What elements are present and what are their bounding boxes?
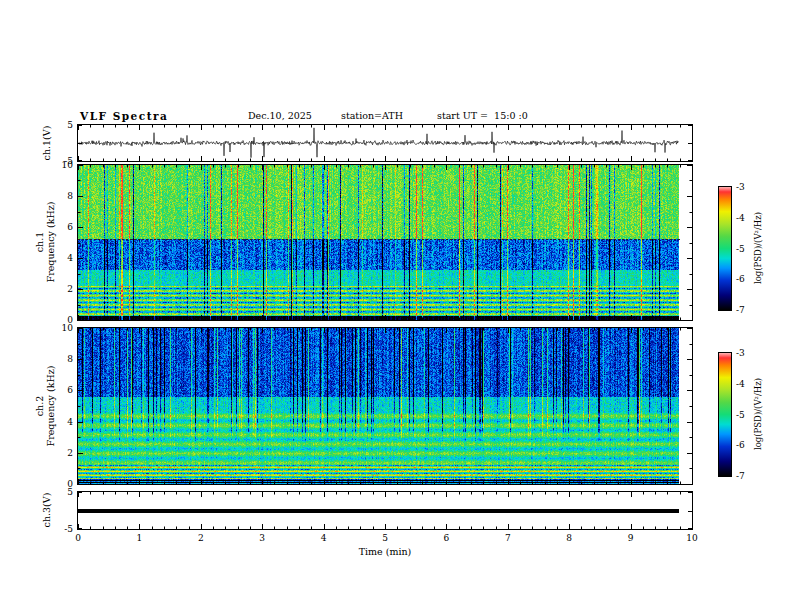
colorbar-ch1-label: log(PSD)/(V²/Hz)	[753, 212, 763, 284]
colorbar-ch2-label: log(PSD)/(V²/Hz)	[753, 378, 763, 450]
ch2-spectrogram-canvas	[78, 328, 692, 484]
time-tick-label: 10	[686, 533, 697, 543]
colorbar-ch1	[718, 186, 732, 311]
ch1-freq-tick-label: 4	[67, 253, 73, 263]
ch1v-tick-label: 5	[67, 120, 73, 130]
time-tick-label: 1	[137, 533, 143, 543]
axis-label-line: Frequency (kHz)	[45, 202, 56, 283]
ch3-waveform-canvas	[78, 492, 692, 529]
ch2-freq-tick-label: 8	[67, 354, 73, 364]
ch2-freq-tick-label: 10	[62, 323, 73, 333]
station-label: station=ATH	[341, 110, 403, 121]
ch2-freq-tick-label: 6	[67, 385, 73, 395]
axis-label-line: ch.1	[34, 202, 45, 283]
ch1-waveform-panel	[77, 124, 693, 162]
time-tick-label: 5	[382, 533, 388, 543]
time-tick-label: 6	[444, 533, 450, 543]
vlf-spectra-figure: VLF Spectra Dec.10, 2025 station=ATH sta…	[0, 0, 792, 612]
ch1-voltage-axis-label: ch.1(V)	[41, 126, 52, 161]
colorbar2-tick-label: -4	[736, 379, 745, 389]
time-tick-label: 9	[628, 533, 634, 543]
time-tick-label: 4	[321, 533, 327, 543]
colorbar2-tick-label: -7	[736, 471, 745, 481]
ch1-spectrogram-panel	[77, 164, 693, 321]
plot-title: VLF Spectra	[80, 110, 168, 122]
colorbar1-tick-label: -7	[736, 305, 745, 315]
colorbar1-tick-label: -3	[736, 182, 745, 192]
time-tick-label: 7	[505, 533, 511, 543]
ch1-freq-tick-label: 6	[67, 222, 73, 232]
colorbar1-tick-label: -6	[736, 274, 745, 284]
ch3v-tick-label: -5	[64, 524, 73, 534]
colorbar1-tick-label: -5	[736, 244, 745, 254]
ch3-voltage-axis-label: ch.3(V)	[41, 493, 52, 528]
ch3v-tick-label: 5	[67, 487, 73, 497]
time-tick-label: 2	[198, 533, 204, 543]
axis-label-line: ch.2	[34, 366, 45, 447]
time-tick-label: 3	[259, 533, 265, 543]
time-tick-label: 8	[566, 533, 572, 543]
ch1-frequency-axis-label: ch.1 Frequency (kHz)	[34, 202, 57, 283]
colorbar-ch2	[718, 352, 732, 477]
ch1-spectrogram-canvas	[78, 165, 692, 320]
start-time-label: start UT = 15:0 :0	[437, 110, 528, 121]
ch2-frequency-axis-label: ch.2 Frequency (kHz)	[34, 366, 57, 447]
time-tick-label: 0	[75, 533, 81, 543]
ch2-freq-tick-label: 4	[67, 417, 73, 427]
ch1-freq-tick-label: 10	[62, 160, 73, 170]
colorbar2-tick-label: -6	[736, 440, 745, 450]
colorbar2-tick-label: -3	[736, 348, 745, 358]
colorbar1-tick-label: -4	[736, 213, 745, 223]
ch3-waveform-panel	[77, 491, 693, 530]
axis-label-line: Frequency (kHz)	[45, 366, 56, 447]
ch2-freq-tick-label: 2	[67, 448, 73, 458]
ch1-waveform-canvas	[78, 125, 692, 161]
ch1-freq-tick-label: 8	[67, 191, 73, 201]
time-axis-label: Time (min)	[359, 546, 412, 557]
ch1-freq-tick-label: 2	[67, 284, 73, 294]
ch2-spectrogram-panel	[77, 327, 693, 485]
plot-date: Dec.10, 2025	[248, 110, 312, 121]
colorbar2-tick-label: -5	[736, 410, 745, 420]
